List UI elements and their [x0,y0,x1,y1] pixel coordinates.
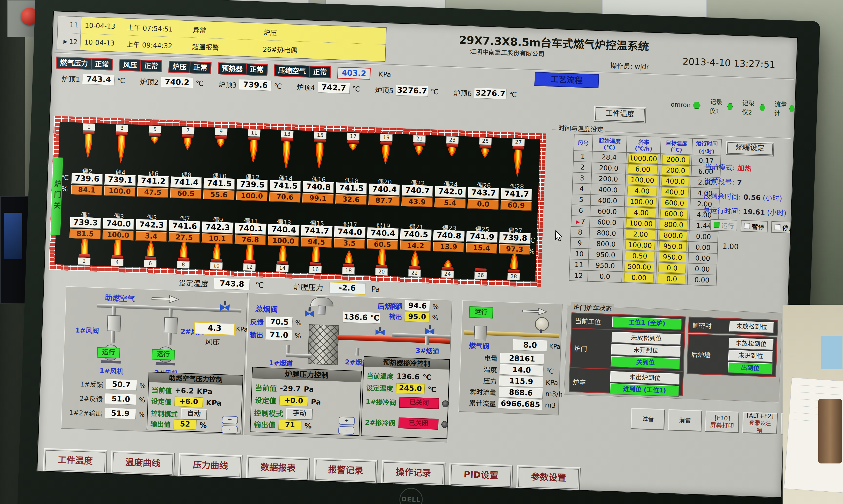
bottom-burner: 24 [439,259,456,278]
out-field[interactable]: 71 [279,420,301,430]
mode-button[interactable]: 自动 [181,408,208,420]
thermocouple-output-value: 100.0 [103,230,134,240]
tc-row-top: 偶18741.532.6 [335,175,367,205]
air-valve-2-icon[interactable] [164,317,178,334]
schedule-setpoint-field[interactable]: 600.0 [660,209,688,219]
mode-button[interactable]: 手动 [286,408,313,420]
set-field[interactable]: +0.0 [279,396,308,407]
schedule-setpoint-field[interactable]: 200.0 [662,165,689,176]
schedule-setpoint-field[interactable]: 100.00 [628,175,657,185]
status-badge-value: 正常 [310,66,331,78]
schedule-setpoint-field[interactable]: 400.0 [661,176,689,186]
schedule-setpoint-field[interactable]: 6.00 [628,164,658,175]
nav-button[interactable]: 数据报表 [246,455,310,482]
system-button[interactable]: 消音 [668,409,702,432]
run-button[interactable]: 运行 [710,219,738,231]
schedule-cell: 0.00 [688,252,717,264]
stop-button[interactable]: 停止 [771,221,798,234]
system-button[interactable]: 试音 [631,408,665,430]
chamber-pressure-unit: Pa [371,285,380,294]
cur-temp-value: 136.6 [396,372,420,381]
schedule-cell: 8 [571,227,589,238]
thermocouple-label: 偶14 [270,173,301,181]
schedule-setpoint-field[interactable]: 400.0 [661,187,688,197]
process-flow-button[interactable]: 工艺流程 [534,72,599,88]
info-label: 段剩余时间: [703,192,741,201]
segment-number: 12 [574,272,583,280]
nav-button[interactable]: 温度曲线 [110,451,175,476]
output-plus-button[interactable]: + [339,416,355,425]
schedule-setpoint-field[interactable]: 100.00 [626,218,656,229]
schedule-setpoint-field[interactable]: 500.00 [625,262,654,272]
schedule-setpoint-field[interactable]: 950.0 [659,252,686,262]
blend-valve-2-state[interactable]: 已关闭 [398,417,438,430]
nav-button[interactable]: 压力曲线 [178,453,243,479]
schedule-setpoint-field[interactable]: 0.0 [658,263,686,273]
fan-feedback-row: 2#反馈51.0% [66,392,145,406]
nav-button[interactable]: 报警记录 [313,458,378,484]
schedule-cell: 400.0 [591,184,625,196]
header-line1: 斜率 [627,137,661,146]
top-burner: 25 [477,137,494,158]
segment-number: 4 [579,185,584,193]
workpiece-temp-button[interactable]: 工件温度 [593,106,646,123]
schedule-setpoint-field[interactable]: 950.0 [659,241,686,251]
schedule-cell: 0.00 [688,263,717,275]
system-button[interactable]: [ALT+F2]登录&注销 [742,412,778,434]
schedule-cell: 800.0 [658,219,689,231]
schedule-setpoint-field[interactable]: 0.00 [624,273,654,283]
schedule-setpoint-field[interactable]: 2.00 [626,229,655,240]
schedule-setpoint-field[interactable]: 800.0 [660,230,687,241]
tc-row-top: 偶6741.247.5 [137,168,169,198]
chamber-pressure-label: 炉膛压力 [293,281,323,293]
output-minus-button[interactable]: - [221,425,238,434]
gas-meter-row: 电量28161 [464,352,544,365]
thermocouple-label: 偶3 [103,211,134,219]
schedule-setpoint-field[interactable]: 100.00 [627,197,657,207]
link-indicator-label: 流量计 [774,99,788,118]
header-line1: 段号 [574,138,592,147]
schedule-setpoint-field[interactable]: 0.0 [658,274,685,284]
gas-valve-icon[interactable] [474,326,487,341]
set-field[interactable]: +6.0 [174,397,203,408]
pause-button[interactable]: 暂停 [741,220,768,233]
blend-valve-1-view-icon[interactable] [442,400,449,408]
burner-nozzle-icon [215,136,227,139]
link-indicator: 记录仪1 [710,97,733,116]
schedule-setpoint-field[interactable]: 0.50 [625,251,654,261]
roof-temp-value: 3276.7 [474,88,506,99]
nav-button[interactable]: 操作记录 [381,460,446,486]
output-plus-button[interactable]: + [222,416,238,424]
schedule-setpoint-field[interactable]: 4.00 [626,208,656,218]
burner-number-tag: 24 [441,270,454,278]
thermocouple-temp-value: 740.8 [433,230,465,242]
nav-button[interactable]: 工件温度 [43,448,107,474]
burner-number-tag: 26 [474,272,487,280]
blend-valve-2-view-icon[interactable] [442,421,448,428]
schedule-setpoint-field[interactable]: 600.0 [661,198,688,208]
thermocouple-output-value: 97.3 [499,244,530,255]
thermocouple-label: 偶10 [204,170,235,179]
output-minus-button[interactable]: - [338,426,355,434]
compressed-air-pressure-value: 403.2 [337,67,371,80]
blend-valve-1-state[interactable]: 已关闭 [399,397,439,409]
system-button[interactable]: [F10]屏幕打印 [705,411,739,433]
burner-number-tag: 10 [210,262,222,270]
schedule-setpoint-field[interactable]: 100.00 [625,240,655,250]
burner-number-tag: 13 [281,130,293,138]
nav-button[interactable]: 参数设置 [516,465,580,491]
schedule-setpoint-field[interactable]: 1000.00 [628,154,658,164]
schedule-setpoint-field[interactable]: 4.00 [627,186,657,196]
burner-settings-button[interactable]: 烧嘴设定 [726,141,774,157]
roof-temp-label: 炉顶6 [453,87,472,98]
feedback-label: 1#2#输出 [66,407,102,418]
schedule-setpoint-field[interactable]: 200.0 [662,155,689,165]
schedule-header-cell: 斜率(℃/h) [626,136,661,154]
out-field[interactable]: 52 [174,419,197,430]
burner-flame-icon [182,138,193,150]
set-temp-field[interactable]: 245.0 [396,383,425,394]
schedule-setpoint-field[interactable]: 800.0 [660,219,687,230]
combustion-air-label: 助燃空气 [105,292,135,304]
air-valve-1-icon[interactable] [107,315,121,331]
nav-button[interactable]: PID设置 [449,463,513,489]
